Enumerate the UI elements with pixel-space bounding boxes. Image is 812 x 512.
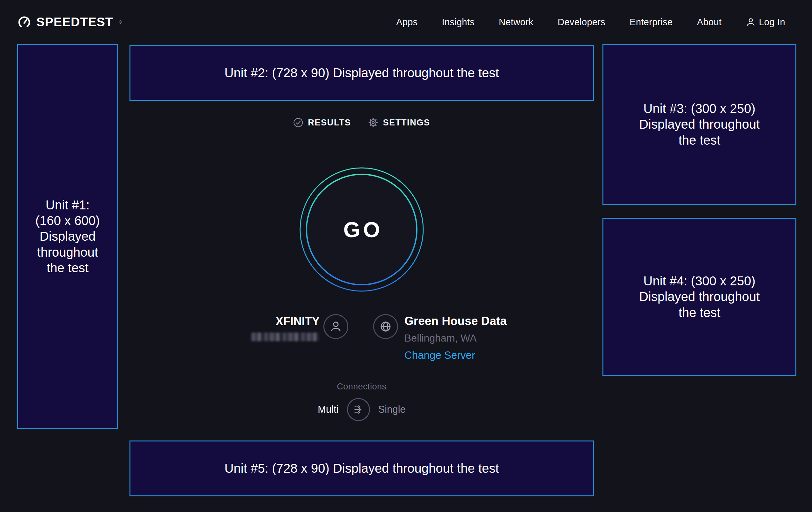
tab-results-label: RESULTS (308, 118, 351, 128)
tab-settings[interactable]: SETTINGS (368, 117, 430, 128)
brand-name: SPEEDTEST (36, 15, 113, 29)
main-nav: Apps Insights Network Developers Enterpr… (396, 17, 785, 27)
nav-item-about[interactable]: About (697, 17, 721, 27)
server-info: Green House Data Bellingham, WA Change S… (404, 315, 507, 361)
multi-arrows-icon (352, 403, 365, 415)
connections-toggle-row: Multi Single (129, 397, 594, 422)
ad-unit-5-bottom-banner[interactable]: Unit #5: (728 x 90) Displayed throughout… (129, 440, 594, 496)
top-nav-bar: SPEEDTEST ® Apps Insights Network Develo… (0, 0, 812, 44)
nav-item-enterprise[interactable]: Enterprise (630, 17, 673, 27)
speedtest-logo[interactable]: SPEEDTEST ® (17, 15, 122, 29)
isp-name: XFINITY (204, 315, 320, 327)
isp-ip-redacted (251, 332, 320, 341)
go-button[interactable]: GO (299, 167, 424, 292)
go-button-label: GO (299, 167, 424, 292)
connections-single-option[interactable]: Single (378, 404, 406, 415)
ad-unit-3-rectangle[interactable]: Unit #3: (300 x 250) Displayed throughou… (603, 44, 796, 205)
ad-unit-2-top-banner[interactable]: Unit #2: (728 x 90) Displayed throughout… (129, 45, 594, 101)
isp-person-icon (323, 314, 348, 339)
check-circle-icon (293, 117, 303, 128)
change-server-link[interactable]: Change Server (404, 350, 507, 361)
ad-unit-1-skyscraper[interactable]: Unit #1: (160 x 600) Displayed throughou… (17, 44, 118, 429)
connections-label: Connections (129, 382, 594, 392)
ad-unit-4-rectangle[interactable]: Unit #4: (300 x 250) Displayed throughou… (603, 218, 796, 376)
server-globe-icon (373, 314, 398, 339)
person-icon (746, 17, 756, 27)
results-settings-tabs: RESULTS SETTINGS (129, 114, 594, 132)
speedometer-icon (17, 15, 31, 29)
connections-toggle-button[interactable] (347, 398, 370, 421)
nav-item-network[interactable]: Network (499, 17, 533, 27)
server-location: Bellingham, WA (404, 332, 507, 344)
nav-item-apps[interactable]: Apps (396, 17, 417, 27)
server-name: Green House Data (404, 315, 507, 328)
login-button[interactable]: Log In (746, 17, 785, 27)
connections-multi-option[interactable]: Multi (318, 404, 338, 415)
nav-item-insights[interactable]: Insights (442, 17, 474, 27)
tab-settings-label: SETTINGS (383, 118, 430, 128)
gear-icon (368, 117, 379, 128)
brand-trademark: ® (119, 20, 122, 25)
nav-item-developers[interactable]: Developers (557, 17, 605, 27)
tab-results[interactable]: RESULTS (293, 117, 351, 128)
login-label: Log In (759, 17, 785, 27)
isp-info: XFINITY (204, 315, 320, 341)
